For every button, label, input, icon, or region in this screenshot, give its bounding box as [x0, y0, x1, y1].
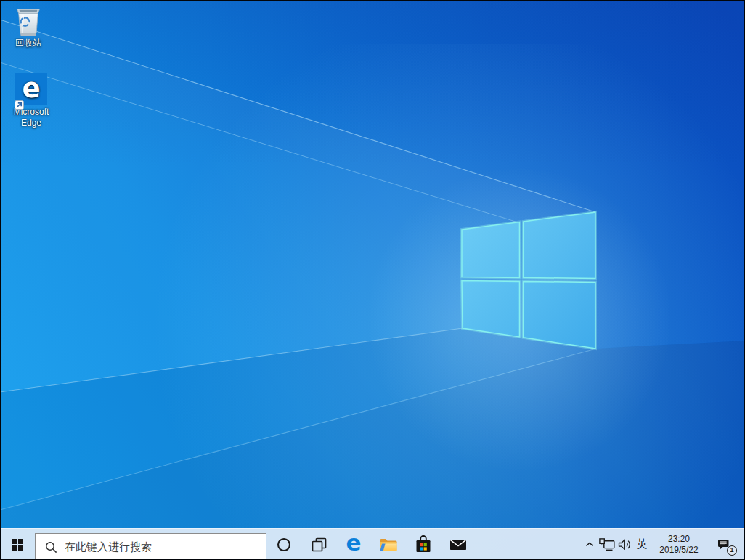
start-button[interactable]	[0, 529, 35, 560]
file-explorer-icon	[379, 537, 398, 552]
cortana-icon	[277, 537, 291, 552]
edge-label-line1: Microsoft	[4, 107, 59, 118]
system-tray: 英 23:20 2019/5/22 1	[581, 529, 745, 560]
edge-tile-icon: e	[15, 73, 47, 105]
taskbar-button-mail[interactable]	[441, 529, 476, 560]
taskbar-button-microsoft-store[interactable]	[406, 529, 441, 560]
desktop-icon-microsoft-edge[interactable]: e Microsoft Edge	[4, 72, 59, 129]
network-ethernet-icon	[599, 538, 615, 551]
desktop-wallpaper[interactable]	[0, 0, 745, 560]
clock-time: 23:20	[668, 534, 690, 545]
task-view-icon	[312, 537, 327, 552]
taskbar-button-file-explorer[interactable]	[371, 529, 406, 560]
ime-language-label: 英	[637, 537, 648, 551]
recycle-bin-label: 回收站	[1, 38, 56, 49]
recycle-bin-icon	[14, 6, 43, 36]
tray-volume[interactable]	[616, 529, 633, 560]
edge-label-line2: Edge	[4, 118, 59, 129]
tray-action-center[interactable]: 1	[707, 529, 739, 560]
tray-network[interactable]	[598, 529, 616, 560]
windows-start-icon	[12, 539, 23, 551]
taskbar: 在此键入进行搜索 e	[0, 528, 745, 560]
search-placeholder: 在此键入进行搜索	[65, 540, 152, 554]
screen: 回收站 e Microsoft Edge 在此键入进行搜索	[0, 0, 745, 560]
edge-icon: e	[346, 532, 361, 554]
clock-date: 2019/5/22	[659, 545, 698, 556]
taskbar-button-task-view[interactable]	[301, 529, 336, 560]
notification-count-badge: 1	[727, 545, 737, 556]
tray-show-hidden-icons[interactable]	[581, 529, 598, 560]
taskbar-search-input[interactable]: 在此键入进行搜索	[35, 533, 266, 560]
desktop-icon-recycle-bin[interactable]: 回收站	[1, 6, 56, 49]
taskbar-button-microsoft-edge[interactable]: e	[336, 529, 371, 560]
volume-icon	[618, 539, 632, 551]
shortcut-arrow-icon	[15, 100, 24, 110]
mail-icon	[449, 538, 467, 551]
microsoft-store-icon	[415, 535, 431, 553]
tray-clock[interactable]: 23:20 2019/5/22	[651, 529, 707, 560]
taskbar-button-cortana[interactable]	[266, 529, 301, 560]
edge-e-glyph: e	[22, 75, 40, 102]
search-icon	[45, 541, 57, 553]
tray-ime-indicator[interactable]: 英	[633, 529, 651, 560]
chevron-up-icon	[585, 542, 594, 547]
